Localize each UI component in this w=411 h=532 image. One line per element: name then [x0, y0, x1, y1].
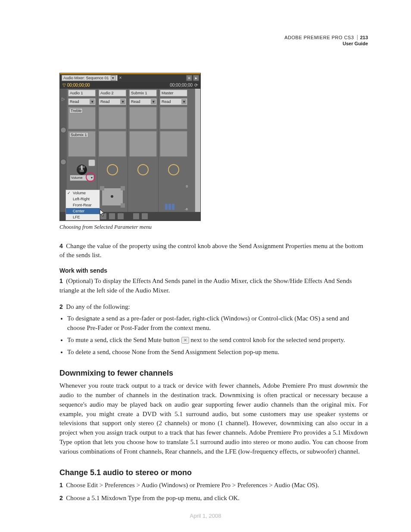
surround-panner[interactable]	[97, 182, 128, 212]
page-number: 213	[357, 35, 368, 40]
check-icon: ✓	[67, 191, 71, 195]
fx-rail-icon[interactable]	[60, 127, 66, 133]
mute-icon[interactable]	[133, 213, 139, 219]
heading-change-51: Change 5.1 audio to stereo or mono	[59, 468, 368, 477]
step-number: 2	[59, 303, 63, 310]
change51-step-1: 1 Choose Edit > Preferences > Audio (Win…	[59, 481, 368, 490]
master-meter	[165, 184, 182, 210]
sends-step-1: 1 (Optional) To display the Effects And …	[59, 277, 368, 296]
emphasis-downmix: downmix	[334, 382, 358, 389]
sends-slot[interactable]	[129, 131, 157, 157]
chevron-down-icon[interactable]: ▾	[90, 99, 95, 104]
step-number: 1	[59, 277, 63, 284]
solo-icon[interactable]	[142, 213, 148, 219]
figure-caption: Choosing from Selected Parameter menu	[59, 224, 368, 230]
sends-slot[interactable]	[99, 131, 126, 157]
channel-master: Master Read▾ 0 -6	[159, 89, 189, 212]
step-number: 1	[59, 482, 63, 488]
panel-menu-icon[interactable]: ≡	[186, 75, 192, 81]
effects-slot[interactable]	[99, 107, 126, 129]
panel-flyout-icon[interactable]: ▸	[193, 75, 199, 81]
automation-mode[interactable]: Read▾	[160, 98, 187, 105]
channel-submix-1: Submix 1 Read▾	[128, 89, 159, 212]
loop-icon[interactable]: ⟳	[194, 83, 198, 87]
toggle-triangle-icon[interactable]: ▷	[62, 96, 65, 101]
pan-knob[interactable]	[107, 164, 118, 175]
sends-step-2: 2 Do any of the following:	[59, 302, 368, 312]
change51-step-2: 2 Choose a 5.1 Mixdown Type from the pop…	[59, 494, 368, 503]
chevron-down-icon: ▾	[91, 176, 93, 180]
step-number: 2	[59, 495, 63, 501]
track-name[interactable]: Master	[160, 90, 187, 96]
tab-dropdown-icon[interactable]: ▾	[111, 75, 116, 81]
automation-mode[interactable]: Read▾	[68, 98, 96, 105]
close-icon[interactable]: ×	[119, 75, 122, 80]
sends-slot[interactable]: Submix 1	[68, 131, 96, 157]
pan-knob[interactable]	[168, 164, 179, 175]
automation-mode[interactable]: Read▾	[129, 98, 157, 105]
panel-tabbar: Audio Mixer: Sequence 01 ▾ × ≡ ▸	[60, 73, 200, 82]
selected-parameter-dropdown[interactable]: Volume▾	[70, 175, 94, 181]
selected-parameter-menu[interactable]: ✓Volume Left-Right Front-Rear Center LFE	[65, 190, 100, 221]
timecode-left: 00;00;00;00	[67, 83, 90, 87]
disclosure-triangle-icon[interactable]: ▽	[62, 83, 66, 87]
audio-mixer-panel: Audio Mixer: Sequence 01 ▾ × ≡ ▸ ▽ 00;00…	[59, 73, 201, 221]
chevron-down-icon[interactable]: ▾	[181, 99, 187, 104]
chevron-down-icon[interactable]: ▾	[151, 99, 156, 104]
sends-bullet-list: To designate a send as a pre-fader or po…	[59, 314, 368, 357]
guide-label: User Guide	[342, 41, 368, 46]
menu-item-front-rear[interactable]: Front-Rear	[66, 202, 100, 208]
product-name: ADOBE PREMIERE PRO CS3	[284, 35, 354, 40]
panel-title: Audio Mixer: Sequence 01	[63, 76, 109, 80]
menu-item-left-right[interactable]: Left-Right	[66, 196, 100, 202]
track-name[interactable]: Audio 2	[99, 90, 126, 96]
effects-slot[interactable]	[160, 107, 187, 129]
master-minus6-label: -6	[185, 207, 188, 211]
cursor-icon	[100, 209, 106, 218]
pan-knob[interactable]	[137, 164, 149, 175]
subhead-work-with-sends: Work with sends	[59, 267, 368, 274]
footer-date: April 1, 2008	[0, 513, 411, 519]
effects-slot[interactable]: Treble	[68, 107, 96, 129]
track-name[interactable]: Submix 1	[129, 90, 157, 96]
solo-icon[interactable]	[109, 213, 115, 219]
effects-slot[interactable]	[129, 107, 157, 129]
step-number: 4	[59, 243, 63, 249]
send-knob-area: -0.0 dB Volume▾	[67, 158, 97, 182]
sends-slot[interactable]	[160, 131, 187, 157]
panel-tab[interactable]: Audio Mixer: Sequence 01 ▾	[62, 75, 118, 81]
knob-unit: dB	[80, 169, 84, 173]
menu-item-center[interactable]: Center	[66, 208, 100, 214]
volume-dd-label: Volume	[71, 176, 83, 180]
chevron-down-icon[interactable]: ▾	[120, 99, 125, 104]
effect-label: Treble	[69, 108, 83, 113]
vertical-scrollbar[interactable]	[195, 89, 200, 212]
master-zero-label: 0	[186, 184, 188, 188]
automation-mode[interactable]: Read▾	[99, 98, 126, 105]
menu-item-lfe[interactable]: LFE	[66, 214, 100, 220]
step-4: 4 Change the value of the property using…	[59, 242, 368, 261]
sends-rail-icon[interactable]	[60, 159, 66, 165]
list-item: To delete a send, choose None from the S…	[67, 348, 368, 357]
track-name[interactable]: Audio 1	[68, 90, 96, 96]
menu-item-volume[interactable]: ✓Volume	[66, 190, 100, 196]
timecode-bar: ▽ 00;00;00;00 00;00;00;00 ⟳	[60, 82, 200, 89]
heading-downmixing: Downmixing to fewer channels	[59, 369, 368, 378]
list-item: To designate a send as a pre-fader or po…	[67, 314, 368, 333]
timecode-right: 00;00;00;00	[170, 83, 193, 87]
send-mute-icon: ✕	[181, 337, 189, 344]
list-item: To mute a send, click the Send Mute butt…	[67, 336, 368, 345]
channel-audio-2: Audio 2 Read▾	[97, 89, 128, 212]
record-icon[interactable]	[118, 213, 124, 219]
send-label: Submix 1	[69, 132, 88, 137]
page-header: ADOBE PREMIERE PRO CS3 213 User Guide	[59, 34, 368, 47]
knob-db: -0.0	[79, 165, 85, 169]
downmix-paragraph: Whenever you route track output to a tra…	[59, 381, 368, 456]
figure-audio-mixer: Audio Mixer: Sequence 01 ▾ × ≡ ▸ ▽ 00;00…	[59, 73, 368, 221]
